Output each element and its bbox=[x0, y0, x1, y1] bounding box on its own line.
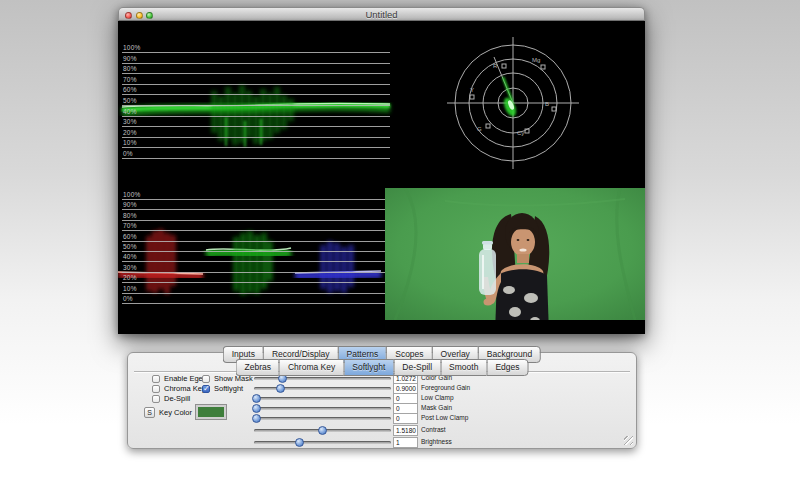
slider-label: Post Low Clamp bbox=[421, 414, 468, 421]
slider-thumb[interactable] bbox=[318, 426, 327, 435]
video-preview-image bbox=[385, 181, 645, 334]
resize-grip[interactable] bbox=[624, 436, 633, 445]
slider-label: Low Clamp bbox=[421, 394, 454, 401]
slider-row: 0 Low Clamp bbox=[128, 394, 636, 404]
tab-softlyght[interactable]: Softlyght bbox=[343, 359, 393, 376]
scale-label: 90% bbox=[123, 201, 137, 208]
vectorscope-trace bbox=[501, 77, 518, 118]
slider-label: Foreground Gain bbox=[421, 384, 470, 391]
slider-thumb[interactable] bbox=[252, 414, 261, 423]
scale-label: 20% bbox=[123, 129, 137, 136]
tab-de-spill[interactable]: De-Spill bbox=[393, 359, 440, 376]
window-titlebar[interactable]: Untitled bbox=[118, 7, 645, 21]
post-low-clamp-slider[interactable] bbox=[254, 417, 391, 420]
slider-row: 1.5180 Contrast bbox=[128, 426, 636, 436]
tab-smooth[interactable]: Smooth bbox=[440, 359, 486, 376]
vectorscope-label-r: R bbox=[493, 63, 497, 69]
slider-thumb[interactable] bbox=[295, 438, 304, 447]
tab-edges[interactable]: Edges bbox=[486, 359, 528, 376]
scale-label: 60% bbox=[123, 233, 137, 240]
scale-label: 90% bbox=[123, 55, 137, 62]
brightness-slider[interactable] bbox=[254, 441, 391, 444]
slider-row: 0.9000 Foreground Gain bbox=[128, 384, 636, 394]
slider-label: Contrast bbox=[421, 426, 446, 433]
slider-row: 0 Post Low Clamp bbox=[128, 414, 636, 424]
color-gain-slider[interactable] bbox=[254, 377, 391, 380]
scope-display-area: 100% 90% 80% 70% 60% 50% 40% 30% 20% 10%… bbox=[118, 21, 645, 334]
tab-chroma-key[interactable]: Chroma Key bbox=[279, 359, 343, 376]
scale-label: 100% bbox=[123, 191, 140, 198]
low-clamp-slider[interactable] bbox=[254, 397, 391, 400]
control-panel: Inputs Record/Display Patterns Scopes Ov… bbox=[127, 352, 637, 449]
slider-row: 0 Mask Gain bbox=[128, 404, 636, 414]
slider-row: 1 Brightness bbox=[128, 438, 636, 448]
foreground-gain-slider[interactable] bbox=[254, 387, 391, 390]
scale-label: 50% bbox=[123, 243, 137, 250]
scale-label: 40% bbox=[123, 253, 137, 260]
vectorscope-label-g: G bbox=[477, 126, 482, 132]
scale-label: 50% bbox=[123, 97, 137, 104]
vectorscope-label-b: B bbox=[545, 101, 549, 107]
scale-label: 10% bbox=[123, 285, 137, 292]
scale-label: 0% bbox=[123, 295, 133, 302]
desktop-background: Untitled 100% 90% 80% 70% 60% 50% 40% 30… bbox=[0, 0, 800, 500]
scale-label: 20% bbox=[123, 274, 137, 281]
vectorscope-label-yl: Y bbox=[470, 87, 474, 93]
slider-thumb[interactable] bbox=[276, 384, 285, 393]
slider-label: Brightness bbox=[421, 438, 452, 445]
scale-label: 40% bbox=[123, 108, 137, 115]
scale-label: 30% bbox=[123, 118, 137, 125]
slider-thumb[interactable] bbox=[252, 394, 261, 403]
scale-label: 0% bbox=[123, 150, 133, 157]
post-low-clamp-value-field[interactable]: 0 bbox=[393, 413, 418, 424]
video-window: Untitled 100% 90% 80% 70% 60% 50% 40% 30… bbox=[118, 7, 645, 334]
tab-zebras[interactable]: Zebras bbox=[236, 359, 279, 376]
contrast-slider[interactable] bbox=[254, 429, 391, 432]
window-title: Untitled bbox=[119, 9, 644, 20]
video-preview bbox=[385, 181, 645, 334]
scale-label: 70% bbox=[123, 76, 137, 83]
scale-label: 30% bbox=[123, 264, 137, 271]
secondary-tab-bar: Zebras Chroma Key Softlyght De-Spill Smo… bbox=[236, 359, 529, 376]
slider-label: Mask Gain bbox=[421, 404, 452, 411]
scale-label: 70% bbox=[123, 222, 137, 229]
scale-label: 100% bbox=[123, 44, 140, 51]
slider-thumb[interactable] bbox=[252, 404, 261, 413]
mask-gain-slider[interactable] bbox=[254, 407, 391, 410]
scale-label: 10% bbox=[123, 139, 137, 146]
scale-label: 60% bbox=[123, 86, 137, 93]
waveform-grid bbox=[122, 52, 390, 160]
vectorscope-label-mg: Mg bbox=[532, 57, 540, 63]
contrast-value-field[interactable]: 1.5180 bbox=[393, 425, 418, 436]
scale-label: 80% bbox=[123, 65, 137, 72]
scale-label: 80% bbox=[123, 212, 137, 219]
brightness-value-field[interactable]: 1 bbox=[393, 437, 418, 448]
vectorscope-label-cy: Cy bbox=[517, 130, 524, 136]
parade-grid bbox=[122, 199, 390, 305]
